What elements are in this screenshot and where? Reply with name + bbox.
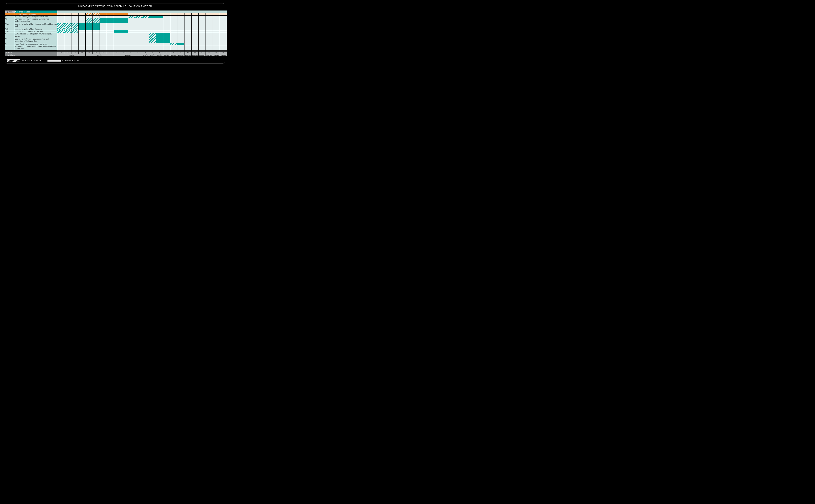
gantt-cell [149,23,156,28]
gantt-bar-construction [86,28,92,30]
gantt-row: W6Ngaio Road – streetscape and main stre… [5,43,227,45]
gantt-cell [71,13,78,15]
gantt-bar-construction [156,16,163,18]
gantt-cell [57,43,64,45]
gantt-bar-tender [135,16,142,18]
gantt-cell [107,23,114,28]
gantt-cell [78,30,85,32]
gantt-cell [170,38,177,43]
gantt-cell [191,30,198,32]
gantt-cell [206,16,213,18]
gantt-cell [114,16,121,18]
gantt-bar-construction [93,28,99,30]
project-name: Upgrade of Mahara Place (laneway) [15,28,57,30]
gantt-bar-construction [121,30,128,32]
gantt-cell [191,33,198,38]
gantt-cell [156,18,163,23]
gantt-cell [121,16,128,18]
gantt-cell [163,43,170,45]
axis-financial-cell: 2027/28 [206,54,213,56]
gantt-cell [107,45,114,50]
gantt-row: W5Upgrade of Te Moana Road intersection … [5,38,227,43]
gantt-cell [64,16,71,18]
gantt-cell [149,45,156,50]
gantt-bar-construction [163,33,170,38]
gantt-row: W4Cultural thread and integration of Wha… [5,33,227,38]
gantt-cell [121,33,128,38]
axis-year-cell: 14 [213,52,220,54]
gantt-cell [177,45,184,50]
gantt-cell [107,38,114,43]
gantt-bar-construction [78,28,85,30]
gantt-cell [220,43,227,45]
gantt-row: W3CUpgrade of Countdown car park area [5,30,227,32]
gantt-cell [114,43,121,45]
gantt-cell [149,28,156,30]
gantt-cell [100,38,107,43]
gantt-cell [220,23,227,28]
gantt-cell [177,28,184,30]
gantt-cell [135,38,142,43]
gantt-cell [149,30,156,32]
gantt-cell [64,13,71,15]
project-name: Realignment of Marae Lane/Omahi Street/N… [15,45,57,50]
axis-year-cell: 1.2 [64,52,71,54]
gantt-cell [57,38,64,43]
gantt-cell [170,30,177,32]
project-name: Ngaio Road – streetscape and main street [15,43,57,45]
gantt-cell [135,28,142,30]
gantt-cell [191,13,198,15]
gantt-bar-construction [163,38,170,43]
gantt-cell [170,13,177,15]
gantt-cell [135,18,142,23]
gantt-cell [177,23,184,28]
gantt-cell [206,30,213,32]
gantt-cell [149,18,156,23]
project-name: Upgrade of Countdown car park area [15,30,57,32]
gantt-cell [86,45,92,50]
gantt-cell [128,45,135,50]
gantt-cell [163,28,170,30]
gantt-cell [86,16,92,18]
gantt-row: W2Connection to railway crossing and imp… [5,18,227,23]
gantt-cell [220,30,227,32]
gantt-cell [206,13,213,15]
project-no: W3C [5,30,15,32]
gantt-cell [107,16,114,18]
gantt-cell [198,38,206,43]
gantt-cell [191,45,198,50]
gantt-cell [191,38,198,43]
gantt-bar-tender [93,18,99,23]
title-frame: INDICATIVE PROJECT DELIVERY SCHEDULE – A… [5,3,226,9]
axis-year-cell: 2.1 [86,52,92,54]
axis-financial-cell: 2023/24 [177,54,184,56]
axis-year-cell: 7 [163,52,170,54]
axis-financial-cell: 2017/18 [114,54,142,56]
gantt-bar-tender [170,43,177,45]
gantt-bar-tender [86,13,92,15]
gantt-bar-construction [121,13,128,15]
gantt-cell [93,33,99,38]
gantt-cell [163,30,170,32]
gantt-cell [170,33,177,38]
gantt-cell [142,28,149,30]
header-group-label: Waikanae projects [15,11,57,13]
gantt-cell [128,38,135,43]
gantt-cell [57,13,64,15]
axis-financial-cell: 2024/25 [184,54,191,56]
gantt-bar-construction [86,23,92,28]
gantt-cell [93,16,99,18]
project-name: Upgrade of Te Moana Road intersection an… [15,38,57,43]
gantt-cell [107,33,114,38]
gantt-bar-construction [114,18,121,23]
gantt-cell [135,33,142,38]
gantt-cell [86,43,92,45]
gantt-cell [213,33,220,38]
gantt-cell [184,45,191,50]
axis-year-cell: 3.1 [114,52,121,54]
gantt-cell [213,45,220,50]
gantt-cell [71,45,78,50]
gantt-cell [170,16,177,18]
gantt-cell [177,30,184,32]
gantt-cell [206,45,213,50]
